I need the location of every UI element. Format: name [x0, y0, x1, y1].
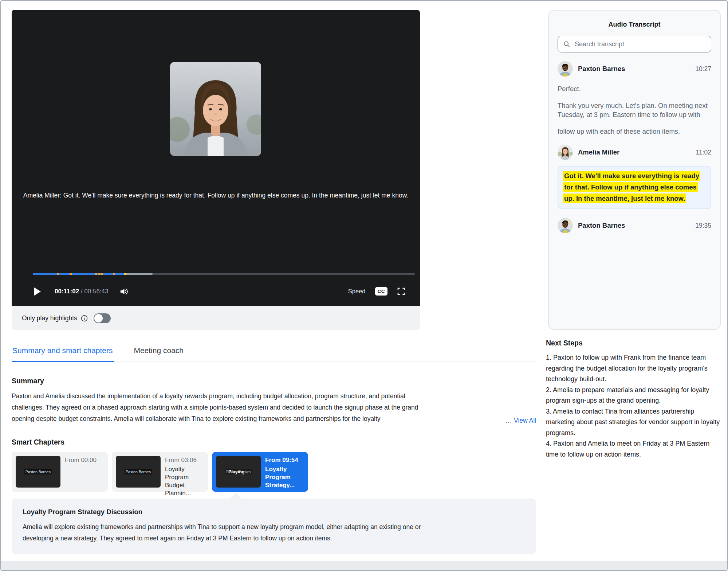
summary-text: Paxton and Amelia discussed the implemen… — [12, 391, 420, 425]
duration: 00:56:43 — [84, 288, 108, 295]
chapter-card-3-active[interactable]: Paxton Barnes Playing... From 09:54 Loya… — [212, 452, 308, 492]
next-step-item: 2. Amelia to prepare materials and messa… — [546, 385, 720, 406]
chapter-card-1[interactable]: Paxton Barnes From 00:00 — [12, 452, 108, 492]
transcript-paragraph[interactable]: follow up with each of these action item… — [558, 127, 711, 136]
summary-ellipsis: ... — [505, 417, 511, 424]
tab-summary-and-smart-chapters[interactable]: Summary and smart chapters — [12, 346, 114, 362]
transcript-entry-highlighted[interactable]: Amelia Miller 11:02 Got it. We'll make s… — [558, 145, 711, 209]
playing-indicator: Playing... — [216, 469, 261, 474]
transcript-title: Audio Transcript — [558, 21, 711, 28]
video-player-card: Amelia Miller: Got it. We'll make sure e… — [12, 10, 420, 306]
entry-timestamp[interactable]: 11:02 — [696, 149, 712, 156]
time-display: 00:11:02 / 00:56:43 — [55, 288, 109, 295]
highlight-marker — [70, 273, 72, 275]
video-caption: Amelia Miller: Got it. We'll make sure e… — [18, 191, 413, 200]
next-steps-section: Next Steps 1. Paxton to follow up with F… — [546, 339, 720, 460]
info-icon[interactable] — [81, 315, 88, 322]
transcript-search[interactable] — [558, 36, 711, 52]
chapter-title: Loyalty Program Budget Plannin... — [165, 465, 204, 497]
highlight-marker — [57, 273, 59, 275]
audio-transcript-panel: Audio Transcript — [548, 10, 721, 330]
summary-section: Summary Paxton and Amelia discussed the … — [12, 377, 536, 425]
chapter-card-2[interactable]: Paxton Barnes From 03:06 Loyalty Program… — [112, 452, 208, 492]
fullscreen-button[interactable] — [397, 287, 405, 296]
avatar-amelia-miller — [558, 145, 573, 160]
entry-timestamp[interactable]: 19:35 — [695, 222, 711, 230]
highlights-toggle-switch[interactable] — [94, 313, 111, 323]
transcript-paragraph[interactable]: Thank you very much. Let's plan. On meet… — [558, 101, 711, 119]
tab-meeting-coach[interactable]: Meeting coach — [133, 346, 185, 361]
speaker-name: Paxton Barnes — [578, 222, 625, 230]
search-icon — [563, 40, 570, 48]
highlighted-quote-bubble[interactable]: Got it. We'll make sure everything is re… — [558, 166, 711, 209]
view-all-link[interactable]: View All — [514, 417, 536, 424]
current-time: 00:11:02 — [55, 288, 79, 295]
chapter-detail-heading: Loyalty Program Strategy Discussion — [23, 508, 525, 516]
content-tabs: Summary and smart chapters Meeting coach — [12, 346, 536, 362]
transcript-entry[interactable]: Paxton Barnes 19:35 — [558, 218, 711, 233]
volume-icon — [119, 287, 129, 296]
highlights-toggle-row: Only play highlights — [12, 306, 420, 330]
avatar-paxton-barnes — [558, 61, 573, 77]
chapter-start-time: From 03:06 — [165, 457, 204, 464]
progress-bar[interactable] — [33, 273, 415, 275]
speaker-name: Paxton Barnes — [578, 65, 625, 73]
toggle-knob — [94, 314, 103, 322]
next-step-item: 3. Amelia to contact Tina from alliances… — [546, 406, 720, 439]
highlights-toggle-label: Only play highlights — [22, 314, 77, 322]
thumbnail-name-tag: Paxton Barnes — [125, 469, 152, 474]
highlight-marker — [95, 273, 97, 275]
chapter-cards: Paxton Barnes From 00:00 Paxton Barnes F… — [12, 452, 536, 492]
next-steps-heading: Next Steps — [546, 339, 720, 347]
cc-button[interactable]: CC — [375, 287, 388, 296]
highlight-marker — [98, 273, 101, 275]
progress-track — [33, 273, 415, 275]
fullscreen-icon — [397, 287, 405, 296]
chapter-thumbnail: Paxton Barnes — [116, 456, 161, 488]
thumbnail-name-tag: Paxton Barnes — [24, 469, 52, 474]
speaker-video-frame — [170, 62, 261, 156]
highlight-marker — [101, 273, 103, 275]
speaker-portrait — [170, 62, 261, 156]
chapter-detail-pointer — [230, 492, 241, 498]
chapter-detail-body: Amelia will explore existing frameworks … — [23, 521, 421, 544]
transcript-paragraph[interactable]: Perfect. — [558, 84, 711, 93]
highlight-marker — [113, 273, 115, 275]
video-viewport[interactable]: Amelia Miller: Got it. We'll make sure e… — [12, 10, 420, 306]
highlighted-text: Got it. We'll make sure everything is re… — [563, 171, 700, 203]
chapter-start-time: From 09:54 — [265, 457, 304, 464]
search-input[interactable] — [574, 40, 706, 48]
bottom-scroll-strip — [1, 561, 727, 570]
chapter-thumbnail: Paxton Barnes Playing... — [216, 456, 261, 488]
meeting-recording-page: Amelia Miller: Got it. We'll make sure e… — [0, 0, 728, 571]
speaker-name: Amelia Miller — [578, 148, 619, 156]
transcript-entry[interactable]: Paxton Barnes 10:27 Perfect. Thank you v… — [558, 61, 711, 136]
next-step-item: 1. Paxton to follow up with Frank from t… — [546, 352, 720, 385]
avatar-paxton-barnes — [558, 218, 573, 233]
play-icon — [33, 287, 42, 296]
playhead-marker[interactable] — [124, 273, 126, 275]
chapter-start-time: From 00:00 — [65, 457, 97, 464]
smart-chapters-section: Smart Chapters Paxton Barnes From 00:00 … — [12, 438, 536, 554]
volume-button[interactable] — [119, 287, 129, 296]
player-controls: 00:11:02 / 00:56:43 Speed CC — [33, 281, 405, 301]
next-step-item: 4. Paxton and Amelia to meet on Friday a… — [546, 438, 720, 460]
chapter-title: Loyalty Program Strategy... — [265, 465, 304, 489]
chapter-thumbnail: Paxton Barnes — [16, 456, 60, 488]
chapter-detail-box: Loyalty Program Strategy Discussion Amel… — [12, 498, 536, 554]
summary-heading: Summary — [12, 377, 536, 385]
play-button[interactable] — [33, 287, 42, 296]
speed-button[interactable]: Speed — [348, 288, 366, 295]
entry-timestamp[interactable]: 10:27 — [695, 65, 711, 73]
smart-chapters-heading: Smart Chapters — [12, 438, 536, 446]
